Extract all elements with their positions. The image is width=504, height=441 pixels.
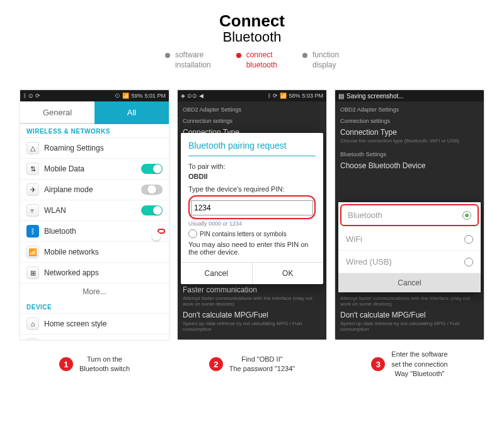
- row-sound[interactable]: 🔊Sound: [20, 335, 169, 341]
- progress-steps: softwareinstallation connectbluetooth fu…: [19, 50, 485, 70]
- page-header: Connect Bluetooth: [19, 13, 485, 44]
- screen-title: OBD2 Adapter Settings: [340, 104, 479, 115]
- row-mobile-networks[interactable]: 📶Mobile networks: [20, 242, 169, 263]
- section-wireless: WIRELESS & NETWORKS: [20, 124, 169, 138]
- radio-icon: [462, 211, 471, 220]
- option-wired[interactable]: Wired (USB): [338, 251, 481, 273]
- caption-1: 1 Turn on theBluetooth switch: [19, 350, 170, 379]
- dot-icon: [165, 53, 170, 58]
- subtitle: Bluetooth: [19, 30, 485, 44]
- step-number-icon: 2: [209, 357, 223, 371]
- home-icon: ⌂: [26, 318, 39, 330]
- step-connect: connectbluetooth: [236, 50, 277, 70]
- bluetooth-icon: ᛒ: [26, 225, 39, 238]
- highlight-icon: [158, 229, 165, 234]
- dot-icon: [236, 53, 241, 58]
- image-icon: ▤: [338, 93, 344, 100]
- screenshot-choose-connection: ▤Saving screenshot... OBD2 Adapter Setti…: [334, 89, 485, 341]
- row-airplane[interactable]: ✈Airplane mode: [20, 180, 169, 200]
- toggle-airplane[interactable]: [141, 185, 163, 195]
- highlight-icon: [188, 195, 316, 219]
- networks-icon: 📶: [26, 246, 39, 258]
- screenshot-pairing: ◈⊙⊙◀ ᛒ⟳📶58%5:03 PM OBD2 Adapter Settings…: [176, 89, 328, 341]
- caption-2: 2 Find "OBD II"The password "1234": [176, 350, 328, 379]
- row-mobile-data[interactable]: ⇅Mobile Data: [20, 159, 169, 180]
- status-bar: ᛒ⊙⟳ ⏲📶59%5:01 PM: [20, 90, 169, 101]
- row-networked-apps[interactable]: ⊞Networked apps: [20, 263, 169, 284]
- tab-all[interactable]: All: [94, 101, 169, 124]
- step-number-icon: 1: [59, 357, 73, 371]
- pairing-dialog: Bluetooth pairing request To pair with: …: [181, 133, 323, 284]
- bluetooth-icon: ᛒ: [23, 93, 26, 99]
- screen-title: OBD2 Adapter Settings: [183, 104, 321, 115]
- status-bar: ▤Saving screenshot...: [335, 90, 484, 101]
- row-roaming[interactable]: △Roaming Settings: [20, 138, 169, 159]
- toggle-mobile-data[interactable]: [141, 164, 163, 174]
- step-number-icon: 3: [371, 357, 385, 371]
- radio-icon: [464, 235, 473, 244]
- toggle-wlan[interactable]: [141, 205, 163, 215]
- dialog-title: Bluetooth pairing request: [188, 140, 316, 156]
- ok-button[interactable]: OK: [253, 263, 324, 284]
- cancel-button[interactable]: Cancel: [338, 273, 481, 292]
- step-function: functiondisplay: [302, 50, 339, 70]
- airplane-icon: ✈: [26, 183, 39, 196]
- caption-3: 3 Enter the softwareset the connectionWa…: [334, 350, 485, 379]
- row-more[interactable]: More...: [20, 284, 169, 300]
- cancel-button[interactable]: Cancel: [181, 263, 253, 284]
- connection-type-popup: Bluetooth WiFi Wired (USB) Cancel: [338, 202, 481, 292]
- tab-general[interactable]: General: [20, 101, 94, 124]
- row-wlan[interactable]: ᯤWLAN: [20, 200, 169, 221]
- radio-icon: [464, 258, 473, 266]
- wifi-icon: ᯤ: [26, 204, 39, 217]
- section-device: DEVICE: [20, 300, 169, 314]
- sound-icon: 🔊: [26, 338, 39, 341]
- row-home[interactable]: ⌂Home screen style: [20, 314, 169, 335]
- mobile-data-icon: ⇅: [26, 163, 39, 175]
- option-bluetooth[interactable]: Bluetooth: [340, 204, 479, 226]
- row-bluetooth[interactable]: ᛒBluetooth: [20, 221, 169, 242]
- pin-input[interactable]: [191, 200, 313, 215]
- step-software: softwareinstallation: [165, 50, 211, 70]
- radio-icon: [188, 229, 197, 238]
- status-bar: ◈⊙⊙◀ ᛒ⟳📶58%5:03 PM: [178, 90, 326, 101]
- pin-letters-checkbox[interactable]: PIN contains letters or symbols: [188, 229, 316, 238]
- roaming-icon: △: [26, 142, 39, 154]
- apps-icon: ⊞: [26, 266, 39, 279]
- option-wifi[interactable]: WiFi: [338, 228, 481, 251]
- title: Connect: [19, 13, 485, 29]
- dot-icon: [302, 53, 307, 58]
- screenshot-settings: ᛒ⊙⟳ ⏲📶59%5:01 PM General All WIRELESS & …: [19, 89, 170, 341]
